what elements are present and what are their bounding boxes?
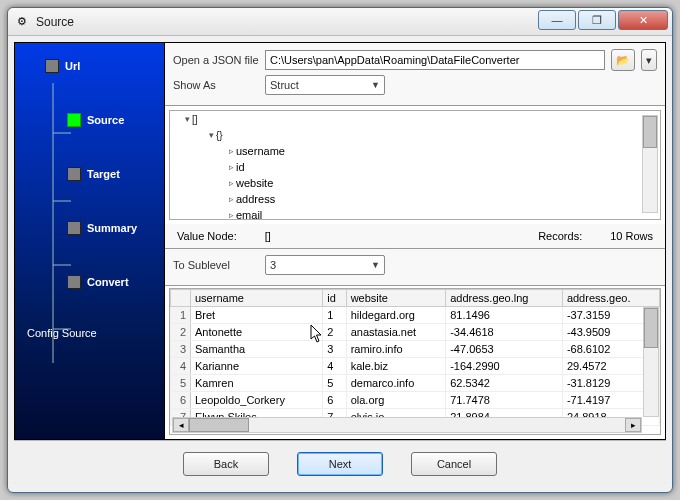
table-cell: -47.0653 xyxy=(446,341,563,358)
value-node-label: Value Node: xyxy=(177,230,237,242)
expand-right-icon[interactable]: ▹ xyxy=(226,178,236,188)
column-header[interactable]: address.geo.lng xyxy=(446,290,563,307)
tree-node[interactable]: ▹website xyxy=(170,175,660,191)
table-cell: demarco.info xyxy=(346,375,446,392)
to-sublevel-value: 3 xyxy=(270,259,276,271)
expand-down-icon[interactable]: ▾ xyxy=(206,130,216,140)
table-cell: -164.2990 xyxy=(446,358,563,375)
table-cell: Bret xyxy=(191,307,323,324)
chevron-down-icon: ▼ xyxy=(371,260,380,270)
horizontal-scrollbar[interactable]: ◂ ▸ xyxy=(172,417,642,433)
table-cell: ramiro.info xyxy=(346,341,446,358)
folder-open-icon: 📂 xyxy=(616,54,630,67)
table-row[interactable]: 3Samantha3ramiro.info-47.0653-68.6102 xyxy=(171,341,660,358)
expand-right-icon[interactable]: ▹ xyxy=(226,194,236,204)
tree-node[interactable]: ▹address xyxy=(170,191,660,207)
table-cell: 5 xyxy=(323,375,346,392)
vertical-scrollbar[interactable] xyxy=(643,307,659,417)
array-icon: [] xyxy=(192,114,198,125)
expand-right-icon[interactable]: ▹ xyxy=(226,162,236,172)
to-sublevel-label: To Sublevel xyxy=(173,259,259,271)
table-row[interactable]: 4Karianne4kale.biz-164.299029.4572 xyxy=(171,358,660,375)
minimize-button[interactable]: — xyxy=(538,10,576,30)
tree-node[interactable]: ▹username xyxy=(170,143,660,159)
data-preview-table: usernameidwebsiteaddress.geo.lngaddress.… xyxy=(169,288,661,435)
table-cell: 1 xyxy=(323,307,346,324)
scrollbar-thumb[interactable] xyxy=(644,308,658,348)
wizard-sidebar: Url Source Target Summary Convert Config… xyxy=(15,43,165,439)
back-button[interactable]: Back xyxy=(183,452,269,476)
table-cell: 4 xyxy=(323,358,346,375)
records-value: 10 Rows xyxy=(610,230,653,242)
table-cell: Antonette xyxy=(191,324,323,341)
maximize-button[interactable]: ❐ xyxy=(578,10,616,30)
scroll-left-button[interactable]: ◂ xyxy=(173,418,189,432)
object-icon: {} xyxy=(216,130,223,141)
chevron-down-icon: ▾ xyxy=(646,54,652,67)
table-cell: Leopoldo_Corkery xyxy=(191,392,323,409)
tree-node[interactable]: ▾ {} xyxy=(170,127,660,143)
table-cell: 81.1496 xyxy=(446,307,563,324)
table-cell: Kamren xyxy=(191,375,323,392)
close-button[interactable]: ✕ xyxy=(618,10,668,30)
table-cell: Samantha xyxy=(191,341,323,358)
records-label: Records: xyxy=(538,230,582,242)
table-cell: 3 xyxy=(323,341,346,358)
scrollbar-thumb[interactable] xyxy=(189,418,249,432)
show-as-value: Struct xyxy=(270,79,299,91)
window-title: Source xyxy=(36,15,74,29)
column-header[interactable]: website xyxy=(346,290,446,307)
show-as-label: Show As xyxy=(173,79,259,91)
next-button[interactable]: Next xyxy=(297,452,383,476)
column-header[interactable]: id xyxy=(323,290,346,307)
scrollbar-thumb[interactable] xyxy=(643,116,657,148)
table-cell: 71.7478 xyxy=(446,392,563,409)
tree-node[interactable]: ▹id xyxy=(170,159,660,175)
table-cell: 5 xyxy=(171,375,191,392)
table-cell: 6 xyxy=(171,392,191,409)
table-cell: kale.biz xyxy=(346,358,446,375)
table-cell: ola.org xyxy=(346,392,446,409)
table-cell: 4 xyxy=(171,358,191,375)
table-cell: 3 xyxy=(171,341,191,358)
app-icon: ⚙ xyxy=(14,14,30,30)
tree-node[interactable]: ▹email xyxy=(170,207,660,220)
table-cell: hildegard.org xyxy=(346,307,446,324)
tree-node[interactable]: ▾ [] xyxy=(170,111,660,127)
table-cell: -34.4618 xyxy=(446,324,563,341)
open-file-label: Open a JSON file xyxy=(173,54,259,66)
cancel-button[interactable]: Cancel xyxy=(411,452,497,476)
table-cell: 62.5342 xyxy=(446,375,563,392)
table-cell: 1 xyxy=(171,307,191,324)
value-node-value: [] xyxy=(265,230,271,242)
expand-right-icon[interactable]: ▹ xyxy=(226,210,236,220)
column-header[interactable]: username xyxy=(191,290,323,307)
table-row[interactable]: 6Leopoldo_Corkery6ola.org71.7478-71.4197 xyxy=(171,392,660,409)
column-header[interactable] xyxy=(171,290,191,307)
expand-right-icon[interactable]: ▹ xyxy=(226,146,236,156)
titlebar[interactable]: ⚙ Source — ❐ ✕ xyxy=(8,8,672,36)
sidebar-tree-lines xyxy=(15,43,165,383)
browse-file-button[interactable]: 📂 xyxy=(611,49,635,71)
to-sublevel-select[interactable]: 3 ▼ xyxy=(265,255,385,275)
chevron-down-icon: ▼ xyxy=(371,80,380,90)
table-row[interactable]: 5Kamren5demarco.info62.5342-31.8129 xyxy=(171,375,660,392)
table-cell: 2 xyxy=(323,324,346,341)
table-cell: anastasia.net xyxy=(346,324,446,341)
column-header[interactable]: address.geo. xyxy=(562,290,659,307)
show-as-select[interactable]: Struct ▼ xyxy=(265,75,385,95)
table-row[interactable]: 1Bret1hildegard.org81.1496-37.3159 xyxy=(171,307,660,324)
table-cell: 6 xyxy=(323,392,346,409)
file-dropdown-button[interactable]: ▾ xyxy=(641,49,657,71)
json-tree-view[interactable]: ▾ [] ▾ {} ▹username ▹id ▹website ▹addres… xyxy=(169,110,661,220)
expand-down-icon[interactable]: ▾ xyxy=(182,114,192,124)
file-path-input[interactable] xyxy=(265,50,605,70)
table-row[interactable]: 2Antonette2anastasia.net-34.4618-43.9509 xyxy=(171,324,660,341)
vertical-scrollbar[interactable] xyxy=(642,115,658,213)
scroll-right-button[interactable]: ▸ xyxy=(625,418,641,432)
main-panel: Open a JSON file 📂 ▾ Show As Struct ▼ xyxy=(165,43,665,439)
table-cell: Karianne xyxy=(191,358,323,375)
wizard-footer: Back Next Cancel xyxy=(14,440,666,486)
wizard-window: ⚙ Source — ❐ ✕ Url Source xyxy=(7,7,673,493)
table-cell: 2 xyxy=(171,324,191,341)
